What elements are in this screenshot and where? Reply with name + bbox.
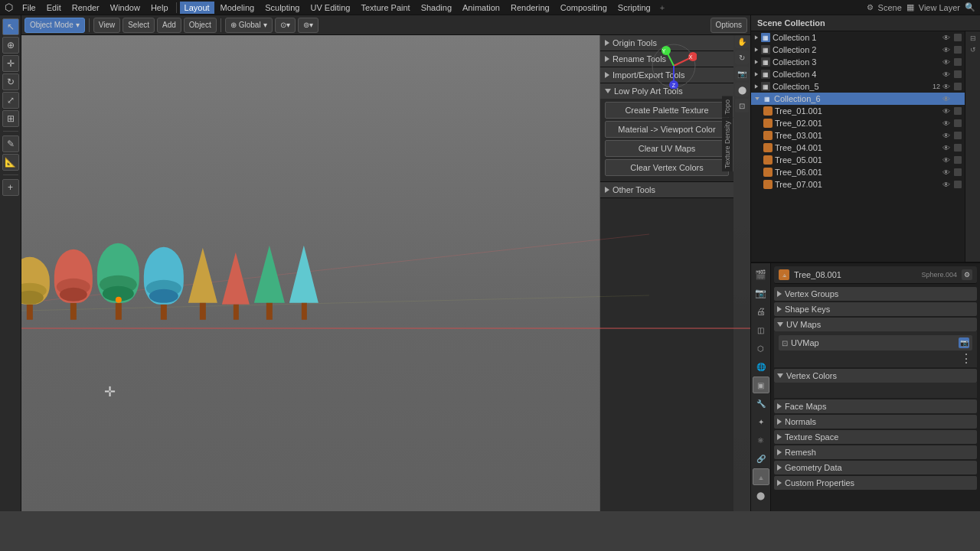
- workspace-scripting[interactable]: Scripting: [613, 2, 655, 14]
- collection-6-item[interactable]: ▦ Collection_6 👁: [751, 93, 965, 105]
- coll-4-vis[interactable]: 👁: [942, 70, 950, 79]
- prop-tab-particles[interactable]: ✦: [753, 413, 769, 430]
- normals-header[interactable]: Normals: [774, 415, 977, 429]
- tree-03-check[interactable]: [954, 132, 962, 139]
- vertex-groups-header[interactable]: Vertex Groups: [774, 287, 977, 301]
- tree-7[interactable]: [97, 243, 139, 320]
- coll-2-check[interactable]: [954, 46, 962, 54]
- menu-file[interactable]: File: [18, 2, 41, 14]
- blender-icon[interactable]: ⬡: [5, 2, 13, 13]
- custom-properties-header[interactable]: Custom Properties: [774, 476, 977, 490]
- coll-1-check[interactable]: [954, 34, 962, 41]
- prop-tab-scene[interactable]: 🎬: [753, 266, 769, 283]
- uv-map-cam-btn[interactable]: 📷: [959, 337, 969, 348]
- tree-04-item[interactable]: Tree_04.001 👁: [751, 142, 965, 154]
- scene-name[interactable]: Scene: [878, 3, 902, 12]
- workspace-sculpting[interactable]: Sculpting: [260, 2, 304, 14]
- viewport-pan-btn[interactable]: ✋: [735, 34, 749, 48]
- search-btn[interactable]: 🔍: [965, 2, 975, 12]
- viewport-shading-solid[interactable]: ⬤: [735, 83, 749, 96]
- tree-07-vis[interactable]: 👁: [942, 181, 950, 189]
- prop-tab-world[interactable]: 🌐: [753, 358, 769, 375]
- annotate-tool[interactable]: ✎: [2, 135, 19, 152]
- menu-edit[interactable]: Edit: [42, 2, 66, 14]
- coll-sync-btn[interactable]: ↺: [969, 44, 978, 55]
- add-workspace-btn[interactable]: +: [660, 3, 665, 12]
- menu-window[interactable]: Window: [106, 2, 145, 14]
- tree-06-item[interactable]: Tree_06.001 👁: [751, 166, 965, 178]
- texture-space-header[interactable]: Texture Space: [774, 430, 977, 444]
- prop-tab-constraints[interactable]: 🔗: [753, 450, 769, 467]
- select-tool[interactable]: ↖: [2, 18, 19, 35]
- snap-settings[interactable]: ⊙▾: [275, 18, 296, 33]
- collection-3-item[interactable]: ▦ Collection 3 👁: [751, 56, 965, 68]
- tree-02-check[interactable]: [954, 119, 962, 127]
- n-section-other-header[interactable]: Other Tools: [600, 182, 733, 197]
- coll-6-vis[interactable]: 👁: [942, 95, 950, 103]
- viewport-3d[interactable]: Object Mode ▾ View Select Add Object ⊕ G…: [21, 15, 750, 511]
- shape-keys-header[interactable]: Shape Keys: [774, 302, 977, 316]
- viewport-orbit-btn[interactable]: ↻: [735, 51, 749, 64]
- menu-help[interactable]: Help: [146, 2, 173, 14]
- remesh-header[interactable]: Remesh: [774, 445, 977, 459]
- workspace-compositing[interactable]: Compositing: [556, 2, 612, 14]
- coll-2-vis[interactable]: 👁: [942, 46, 950, 54]
- face-maps-header[interactable]: Face Maps: [774, 399, 977, 413]
- tree-05-check[interactable]: [954, 156, 962, 164]
- vertex-colors-header[interactable]: Vertex Colors: [774, 369, 977, 383]
- coll-3-check[interactable]: [954, 58, 962, 66]
- cursor-tool[interactable]: ⊕: [2, 37, 19, 54]
- transform-tool[interactable]: ⊞: [2, 110, 19, 127]
- object-menu[interactable]: Object: [184, 18, 217, 33]
- uv-scroll-up[interactable]: ⋮: [779, 353, 972, 365]
- tree-02-item[interactable]: Tree_02.001 👁: [751, 117, 965, 129]
- tree-04-vis[interactable]: 👁: [942, 144, 950, 152]
- coll-4-check[interactable]: [954, 70, 962, 78]
- obj-name-field[interactable]: Tree_08.001: [794, 270, 913, 279]
- tree-01-item[interactable]: Tree_01.001 👁: [751, 105, 965, 117]
- tree-02-vis[interactable]: 👁: [942, 119, 950, 128]
- tree-06-check[interactable]: [954, 168, 962, 176]
- clear-uv-maps-btn[interactable]: Clear UV Maps: [605, 140, 729, 157]
- options-btn[interactable]: Options: [710, 18, 747, 33]
- tree-07-item[interactable]: Tree_07.001 👁: [751, 178, 965, 191]
- object-mode-select[interactable]: Object Mode ▾: [24, 18, 85, 33]
- workspace-uv-editing[interactable]: UV Editing: [305, 2, 354, 14]
- collection-1-item[interactable]: ▦ Collection 1 👁: [751, 31, 965, 44]
- viewport-overlay-btn[interactable]: ⊡: [735, 99, 749, 112]
- uv-maps-header[interactable]: UV Maps: [774, 318, 977, 331]
- coll-5-check[interactable]: [954, 83, 962, 90]
- add-tool[interactable]: +: [2, 179, 19, 196]
- viewport-camera-btn[interactable]: 📷: [735, 67, 749, 80]
- workspace-modeling[interactable]: Modeling: [216, 2, 260, 14]
- tree-04-check[interactable]: [954, 144, 962, 152]
- engine-selector[interactable]: ⚙: [867, 3, 874, 11]
- rotate-tool[interactable]: ↻: [2, 73, 19, 90]
- prop-tab-view-layer[interactable]: ◫: [753, 321, 769, 338]
- workspace-rendering[interactable]: Rendering: [506, 2, 554, 14]
- prop-tab-scene2[interactable]: ⬡: [753, 340, 769, 357]
- proportional-edit[interactable]: ⊚▾: [298, 18, 318, 33]
- transform-orientation[interactable]: ⊕ Global ▾: [225, 18, 273, 33]
- tree-05-item[interactable]: Tree_05.001 👁: [751, 154, 965, 166]
- geometry-data-header[interactable]: Geometry Data: [774, 461, 977, 474]
- prop-tab-output[interactable]: 🖨: [753, 303, 769, 320]
- clear-vertex-colors-btn[interactable]: Clear Vertex Colors: [605, 159, 729, 176]
- tree-05-vis[interactable]: 👁: [942, 156, 950, 165]
- coll-5-vis[interactable]: 👁: [942, 83, 950, 91]
- workspace-animation[interactable]: Animation: [458, 2, 505, 14]
- view-menu[interactable]: View: [93, 18, 121, 33]
- workspace-texture-paint[interactable]: Texture Paint: [356, 2, 414, 14]
- tree-07-check[interactable]: [954, 181, 962, 188]
- select-menu[interactable]: Select: [122, 18, 155, 33]
- prop-tab-render[interactable]: 📷: [753, 285, 769, 302]
- workspace-layout[interactable]: Layout: [180, 2, 214, 14]
- prop-tab-materials[interactable]: ⬤: [753, 487, 769, 504]
- prop-tab-physics[interactable]: ⚛: [753, 432, 769, 448]
- collection-4-item[interactable]: ▦ Collection 4 👁: [751, 68, 965, 80]
- collection-2-item[interactable]: ▦ Collection 2 👁: [751, 44, 965, 56]
- coll-1-vis[interactable]: 👁: [942, 34, 950, 42]
- obj-settings-btn[interactable]: ⚙: [962, 269, 972, 280]
- add-menu[interactable]: Add: [157, 18, 181, 33]
- scale-tool[interactable]: ⤢: [2, 92, 19, 109]
